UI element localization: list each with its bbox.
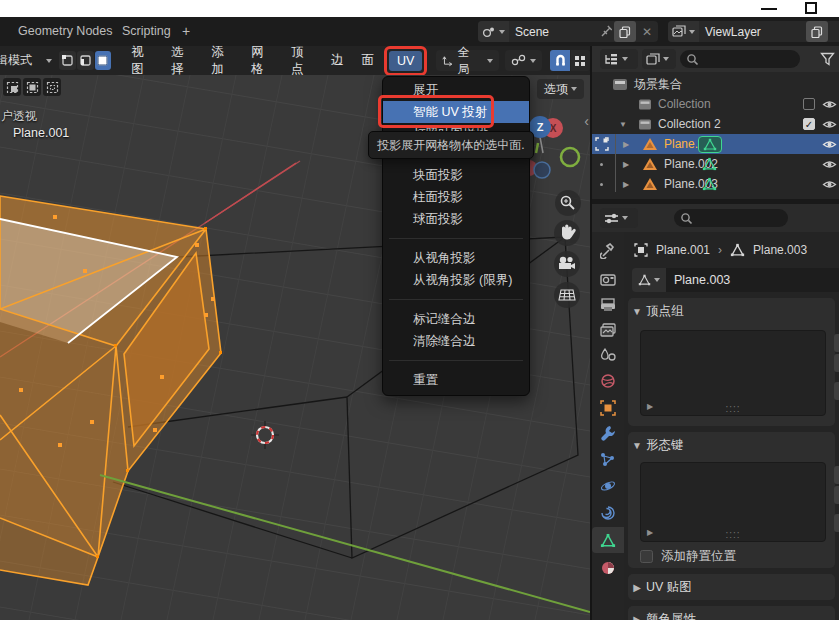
outliner-row-plane001[interactable]: ▶ Plane.001 (592, 134, 839, 154)
viewlayer-name[interactable]: ViewLayer (699, 25, 804, 39)
vertex-groups-header[interactable]: ▼ 顶点组 (628, 298, 835, 324)
breadcrumb-data[interactable]: Plane.003 (753, 243, 807, 257)
vertex-group-remove-button[interactable] (834, 354, 839, 372)
tab-object[interactable] (592, 395, 624, 421)
transform-orientation-dropdown[interactable]: 全局 (436, 50, 499, 71)
shape-keys-list[interactable]: ▶ :::: (640, 462, 826, 542)
expand-triangle-icon[interactable]: ▶ (623, 140, 629, 149)
menu-edge[interactable]: 边 (322, 52, 353, 69)
menu-item-cylinder-projection[interactable]: 柱面投影 (383, 186, 529, 208)
outliner-row-collection2[interactable]: ▼ Collection 2 ✓ (592, 114, 839, 134)
snap-target-dropdown[interactable] (505, 50, 542, 71)
hide-eye-icon[interactable] (822, 159, 837, 170)
expand-triangle-icon[interactable]: ▶ (623, 160, 629, 169)
menu-uv[interactable]: UV (389, 51, 422, 71)
menu-item-project-from-view[interactable]: 从视角投影 (383, 247, 529, 269)
mesh-data-mode-badge[interactable] (698, 136, 722, 153)
vertex-group-specials-button[interactable] (834, 382, 839, 400)
tab-geometry-nodes[interactable]: Geometry Nodes (18, 17, 112, 46)
snap-toggle-button[interactable] (550, 50, 569, 71)
menu-mesh[interactable]: 网格 (242, 44, 282, 78)
collection2-exclude-checkbox[interactable]: ✓ (803, 118, 815, 130)
tab-tool[interactable] (592, 238, 624, 264)
editor-type-properties-dropdown[interactable] (600, 208, 638, 228)
edge-select-button[interactable] (77, 51, 94, 70)
scene-selector[interactable]: Scene ✕ (478, 21, 658, 42)
tab-object-data[interactable] (592, 527, 624, 553)
select-extend-button[interactable] (23, 78, 41, 96)
menu-item-project-from-view-bounds[interactable]: 从视角投影 (限界) (383, 269, 529, 291)
tab-physics[interactable] (592, 473, 624, 499)
viewlayer-browse-button[interactable] (668, 21, 699, 42)
mesh-datablock-browse[interactable] (632, 268, 666, 292)
hide-eye-icon[interactable] (822, 119, 837, 130)
window-maximize-button[interactable] (805, 2, 817, 14)
breadcrumb-object[interactable]: Plane.001 (656, 243, 710, 257)
properties-search-input[interactable] (674, 209, 788, 227)
vertex-select-button[interactable] (59, 51, 76, 70)
hide-eye-icon[interactable] (822, 99, 837, 110)
mesh-breadcrumb-icon[interactable] (730, 243, 745, 257)
resize-grip[interactable]: :::: (725, 529, 740, 540)
tab-particles[interactable] (592, 447, 624, 473)
viewport-options-dropdown[interactable]: 选项 (537, 79, 584, 99)
tab-world[interactable] (592, 368, 624, 394)
outliner-display-mode-dropdown[interactable] (642, 49, 676, 69)
select-subtract-button[interactable] (43, 78, 61, 96)
scene-browse-button[interactable] (478, 21, 509, 42)
expand-triangle-icon[interactable]: ▶ (647, 528, 653, 537)
tab-material[interactable] (592, 555, 624, 581)
shape-key-add-button[interactable] (834, 466, 839, 484)
gizmo-minus-z[interactable] (534, 162, 550, 178)
menu-item-clear-seam[interactable]: 清除缝合边 (383, 330, 529, 352)
proportional-editing-button[interactable] (571, 50, 590, 71)
expand-triangle-icon[interactable]: ▶ (623, 180, 629, 189)
menu-vertex[interactable]: 顶点 (282, 44, 322, 78)
outliner-row-collection[interactable]: Collection (592, 94, 839, 114)
tab-render[interactable] (592, 267, 624, 293)
shape-key-remove-button[interactable] (834, 486, 839, 504)
hide-eye-icon[interactable] (822, 179, 837, 190)
editor-type-outliner-dropdown[interactable] (600, 49, 638, 69)
collapse-triangle-icon[interactable]: ▼ (619, 120, 627, 129)
tab-scene[interactable] (592, 342, 624, 368)
collection-exclude-checkbox[interactable] (803, 98, 815, 110)
add-workspace-button[interactable]: + (182, 17, 190, 46)
vertex-groups-list[interactable]: ▶ :::: (640, 330, 826, 416)
menu-add[interactable]: 添加 (202, 44, 242, 78)
menu-item-mark-seam[interactable]: 标记缝合边 (383, 308, 529, 330)
menu-item-cube-projection[interactable]: 块面投影 (383, 164, 529, 186)
edit-mesh-plane001[interactable] (0, 196, 222, 585)
menu-view[interactable]: 视图 (122, 44, 162, 78)
viewport-3d[interactable]: X Z 户透视 Plane.001 (0, 75, 590, 620)
panel-uv-maps[interactable]: ▶ UV 贴图 (628, 574, 835, 600)
scene-name[interactable]: Scene (509, 25, 600, 39)
expand-triangle-icon[interactable]: ▶ (647, 402, 653, 411)
select-new-button[interactable] (3, 78, 21, 96)
window-minimize-button[interactable] (761, 8, 777, 10)
vertex-group-add-button[interactable] (834, 334, 839, 352)
hide-eye-icon[interactable] (822, 139, 837, 150)
menu-item-reset[interactable]: 重置 (383, 369, 529, 391)
filter-icon[interactable] (820, 52, 835, 66)
tab-constraints[interactable] (592, 500, 624, 526)
mesh-name-field[interactable]: Plane.003 (666, 268, 839, 292)
new-scene-button[interactable] (614, 21, 636, 42)
mode-select-dropdown[interactable]: 辑模式 (0, 52, 59, 69)
unlink-scene-button[interactable]: ✕ (636, 25, 658, 39)
resize-grip[interactable]: :::: (725, 403, 740, 414)
orthographic-toggle-button[interactable] (554, 282, 580, 308)
viewlayer-selector[interactable]: ViewLayer (668, 21, 839, 42)
new-viewlayer-button[interactable] (806, 21, 828, 42)
tab-modifiers[interactable] (592, 420, 624, 446)
shape-key-specials-button[interactable] (834, 514, 839, 532)
tab-scripting[interactable]: Scripting (122, 17, 171, 46)
rest-position-checkbox[interactable] (640, 550, 653, 563)
tab-output[interactable] (592, 292, 624, 318)
shape-keys-header[interactable]: ▼ 形态键 (628, 432, 835, 458)
gizmo-y[interactable] (561, 148, 579, 166)
outliner-row-plane003[interactable]: ▶ Plane.003 (592, 174, 839, 194)
panel-color-attributes[interactable]: ▶ 颜色属性 (628, 606, 835, 620)
outliner-row-plane002[interactable]: ▶ Plane.002 (592, 154, 839, 174)
sidebar-collapse-arrow[interactable]: ‹ (584, 113, 589, 129)
